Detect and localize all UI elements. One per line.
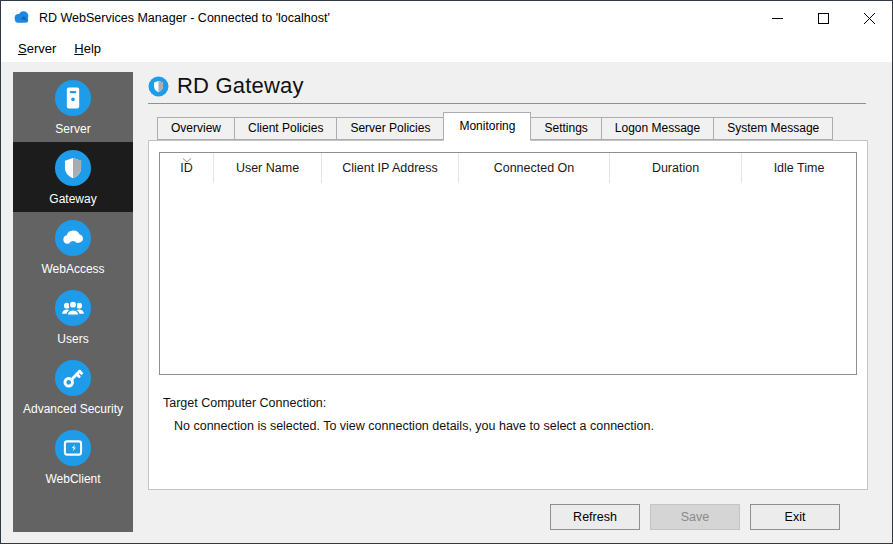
- exit-button[interactable]: Exit: [750, 504, 840, 530]
- header-divider: [148, 103, 866, 104]
- maximize-button[interactable]: [800, 1, 846, 35]
- window-title: RD WebServices Manager - Connected to 'l…: [39, 11, 754, 25]
- sort-ascending-icon: [182, 153, 191, 166]
- tab-settings[interactable]: Settings: [530, 117, 601, 140]
- sidebar-item-advanced-security[interactable]: Advanced Security: [13, 352, 133, 422]
- app-window: RD WebServices Manager - Connected to 'l…: [0, 0, 893, 544]
- shield-icon: [54, 149, 92, 187]
- page-header: RD Gateway: [148, 72, 866, 100]
- server-icon: [54, 79, 92, 117]
- column-header-id[interactable]: ID: [160, 153, 214, 183]
- save-button: Save: [650, 504, 740, 530]
- tab-client-policies[interactable]: Client Policies: [234, 117, 337, 140]
- column-header-duration[interactable]: Duration: [610, 153, 742, 183]
- listview-body-empty: [160, 183, 856, 374]
- column-header-client-ip[interactable]: Client IP Address: [322, 153, 459, 183]
- minimize-button[interactable]: [754, 1, 800, 35]
- sidebar-item-label: WebClient: [45, 472, 100, 486]
- title-bar: RD WebServices Manager - Connected to 'l…: [1, 1, 892, 35]
- column-header-connected-on[interactable]: Connected On: [459, 153, 610, 183]
- sidebar-item-label: Server: [55, 122, 90, 136]
- content-area: Server Gateway WebAccess: [1, 62, 892, 543]
- sidebar-item-label: Users: [57, 332, 88, 346]
- menu-help[interactable]: Help: [65, 38, 110, 59]
- app-cloud-icon: [12, 9, 31, 28]
- target-connection-message: No connection is selected. To view conne…: [163, 419, 867, 433]
- sidebar-item-webaccess[interactable]: WebAccess: [13, 212, 133, 282]
- window-controls: [754, 1, 892, 35]
- page-title: RD Gateway: [177, 73, 304, 99]
- connections-listview: ID User Name Client IP Address Connected…: [159, 152, 857, 375]
- sidebar-item-label: WebAccess: [41, 262, 104, 276]
- sidebar-item-webclient[interactable]: WebClient: [13, 422, 133, 492]
- sidebar-item-server[interactable]: Server: [13, 72, 133, 142]
- tab-strip: Overview Client Policies Server Policies…: [148, 111, 866, 140]
- tab-server-policies[interactable]: Server Policies: [336, 117, 444, 140]
- cloud-icon: [54, 219, 92, 257]
- sidebar-item-label: Gateway: [49, 192, 96, 206]
- tab-logon-message[interactable]: Logon Message: [601, 117, 714, 140]
- footer-button-row: Refresh Save Exit: [550, 504, 840, 530]
- target-connection-label: Target Computer Connection:: [163, 396, 867, 410]
- monitoring-tab-panel: ID User Name Client IP Address Connected…: [148, 140, 868, 490]
- tab-system-message[interactable]: System Message: [713, 117, 833, 140]
- sidebar-item-gateway[interactable]: Gateway: [13, 142, 133, 212]
- sidebar: Server Gateway WebAccess: [13, 72, 133, 532]
- sidebar-item-users[interactable]: Users: [13, 282, 133, 352]
- sidebar-item-label: Advanced Security: [23, 402, 123, 416]
- close-button[interactable]: [846, 1, 892, 35]
- target-connection-block: Target Computer Connection: No connectio…: [149, 375, 867, 433]
- key-icon: [54, 359, 92, 397]
- tab-overview[interactable]: Overview: [157, 117, 235, 140]
- gateway-shield-icon: [148, 76, 169, 97]
- tab-monitoring[interactable]: Monitoring: [443, 112, 531, 141]
- column-header-user-name[interactable]: User Name: [214, 153, 322, 183]
- refresh-button[interactable]: Refresh: [550, 504, 640, 530]
- column-header-idle-time[interactable]: Idle Time: [742, 153, 856, 183]
- menu-server[interactable]: Server: [9, 38, 65, 59]
- users-icon: [54, 289, 92, 327]
- listview-header: ID User Name Client IP Address Connected…: [160, 153, 856, 183]
- main-panel: RD Gateway Overview Client Policies Serv…: [133, 62, 892, 543]
- menu-bar: Server Help: [1, 35, 892, 62]
- monitor-icon: [54, 429, 92, 467]
